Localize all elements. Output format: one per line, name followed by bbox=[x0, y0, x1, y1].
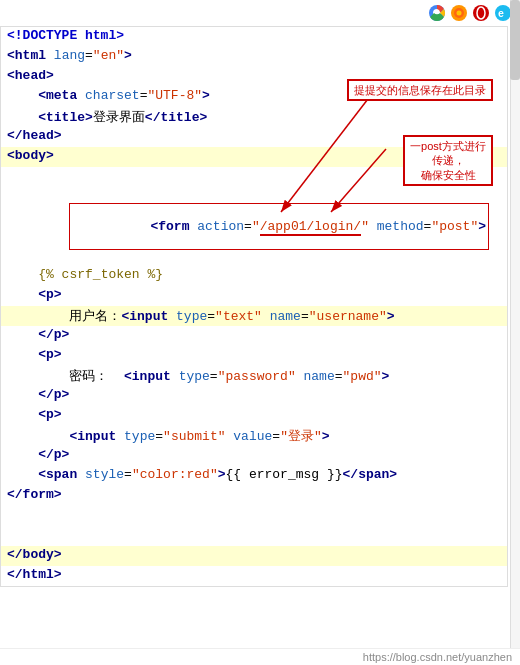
code-line-html-close: </html> bbox=[1, 566, 507, 586]
scroll-thumb[interactable] bbox=[510, 0, 520, 80]
code-line-17: <p> bbox=[1, 406, 507, 426]
chrome-icon bbox=[428, 4, 446, 22]
scrollbar[interactable] bbox=[510, 0, 520, 665]
code-line-13: </p> bbox=[1, 326, 507, 346]
browser-icons: e bbox=[428, 4, 512, 22]
code-line-1: <!DOCTYPE html> bbox=[1, 27, 507, 47]
code-line-22 bbox=[1, 506, 507, 526]
code-line-19: </p> bbox=[1, 446, 507, 466]
code-line-21: </form> bbox=[1, 486, 507, 506]
top-bar: e bbox=[0, 0, 520, 26]
code-line-14: <p> bbox=[1, 346, 507, 366]
annotation-upload-path: 提提交的信息保存在此目录 bbox=[347, 79, 493, 101]
code-line-15: 密码： <input type="password" name="pwd"> bbox=[1, 366, 507, 386]
annotation-post-method: 一post方式进行传递，确保安全性 bbox=[403, 135, 493, 186]
code-line-5: <title>登录界面</title> bbox=[1, 107, 507, 127]
code-line-23 bbox=[1, 526, 507, 546]
code-line-12: 用户名：<input type="text" name="username"> bbox=[1, 306, 507, 326]
svg-text:e: e bbox=[498, 9, 504, 20]
code-line-16: </p> bbox=[1, 386, 507, 406]
opera-icon bbox=[472, 4, 490, 22]
firefox-icon bbox=[450, 4, 468, 22]
code-line-18: <input type="submit" value="登录"> bbox=[1, 426, 507, 446]
code-line-11: <p> bbox=[1, 286, 507, 306]
footer-url: https://blog.csdn.net/yuanzhen bbox=[363, 651, 512, 663]
code-line-body-close: </body> bbox=[1, 546, 507, 566]
code-line-2: <html lang="en"> bbox=[1, 47, 507, 67]
code-line-20: <span style="color:red">{{ error_msg }}<… bbox=[1, 466, 507, 486]
code-line-10: {% csrf_token %} bbox=[1, 266, 507, 286]
footer-url-bar: https://blog.csdn.net/yuanzhen bbox=[0, 648, 520, 665]
svg-point-4 bbox=[457, 11, 462, 16]
code-line-9: <form action="/app01/login/" method="pos… bbox=[1, 187, 507, 266]
